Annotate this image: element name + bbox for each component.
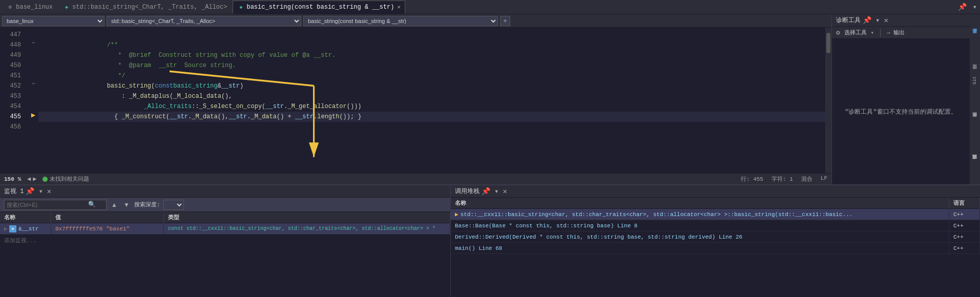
add-method-btn[interactable]: + <box>500 16 510 26</box>
app-window: ⚙ base_linux ◈ std::basic_string<_CharT,… <box>0 0 980 297</box>
diagnostics-title-bar: 诊断工具 📌 ▾ ✕ <box>832 14 970 27</box>
cs-row-0[interactable]: ▶ std::__cxx11::basic_string<char, std::… <box>451 209 980 220</box>
gutter-455: ▶ <box>28 110 38 120</box>
cs-row-3[interactable]: main() Line 68 C++ <box>451 243 980 254</box>
tab-basic-string-class[interactable]: ◈ std::basic_string<_CharT, _Traits, _Al… <box>58 1 232 14</box>
code-line-454: _Alloc_traits::_S_select_on_copy(__str._… <box>38 101 825 112</box>
tab-basic-string-method[interactable]: ◈ basic_string(const basic_string & __st… <box>233 1 405 14</box>
status-dot-icon <box>43 177 48 182</box>
output-btn[interactable]: → 输出 <box>887 29 905 36</box>
line-num-456: 456 <box>0 122 24 132</box>
add-watch[interactable]: 添加监视... <box>0 235 450 246</box>
gutter-452-collapse[interactable]: − <box>28 79 38 89</box>
vtab-git[interactable]: Git 提交 <box>970 58 979 99</box>
cs-cell-name-0: ▶ std::__cxx11::basic_string<char, std::… <box>451 209 949 220</box>
watch-name-0: &__str <box>18 226 39 232</box>
tab-pin-btn[interactable]: 📌 <box>955 2 970 12</box>
gutter-449 <box>28 48 38 58</box>
encoding-status: 混合 <box>801 175 812 183</box>
code-line-447 <box>38 30 825 40</box>
line-num-454: 454 <box>0 101 24 112</box>
cs-cell-name-1: Base::Base(Base * const this, std::strin… <box>451 220 949 231</box>
watch-title: 监视 1 <box>4 187 24 196</box>
gutter-454 <box>28 99 38 110</box>
line-num-453: 453 <box>0 91 24 101</box>
code-line-449: * @brief Construct string with copy of v… <box>38 50 825 60</box>
cs-expand-btn[interactable]: ▾ <box>492 187 501 196</box>
gutter: − − ▶ <box>28 28 38 173</box>
watch-panel: 监视 1 📌 ▾ ✕ 🔍 ▲ ▼ 搜索深度: 名称 <box>0 185 451 297</box>
char-status: 字符: 1 <box>772 175 793 183</box>
cs-cell-lang-3: C++ <box>949 243 980 254</box>
expand-btn[interactable]: ▾ <box>873 16 882 25</box>
line-numbers: 447 448 449 450 451 452 453 454 455 456 <box>0 28 28 173</box>
method-select[interactable]: basic_string(const basic_string & __str) <box>303 16 498 26</box>
tab-icon-base-linux: ⚙ <box>7 4 14 11</box>
tab-label-class: std::basic_string<_CharT, _Traits, _Allo… <box>72 4 227 11</box>
vertical-tabs: 诊断工具 Git 提交 实时共享 测试资源管理器 <box>970 14 980 184</box>
tab-base-linux[interactable]: ⚙ base_linux <box>2 1 57 14</box>
gutter-453 <box>28 89 38 99</box>
cs-col-lang: 语言 <box>949 198 980 209</box>
project-select[interactable]: base_linux <box>2 16 105 26</box>
status-right: 行: 455 字符: 1 混合 LF <box>741 175 827 183</box>
add-watch-label: 添加监视... <box>4 237 37 244</box>
watch-col-value: 值 <box>51 212 164 223</box>
gutter-448-collapse[interactable]: − <box>28 38 38 48</box>
tab-icon-class: ◈ <box>63 4 70 11</box>
divider <box>880 29 881 37</box>
search-prev-btn[interactable]: ▲ <box>110 200 119 209</box>
callstack-title: 调用堆栈 <box>455 187 479 196</box>
watch-expand-btn[interactable]: ▾ <box>36 187 45 196</box>
search-icon[interactable]: 🔍 <box>87 200 97 210</box>
watch-close-btn[interactable]: ✕ <box>45 187 53 196</box>
zoom-status: 150 % <box>4 176 21 182</box>
watch-toolbar: 🔍 ▲ ▼ 搜索深度: <box>0 198 450 212</box>
cs-row-1[interactable]: Base::Base(Base * const this, std::strin… <box>451 220 980 231</box>
nav-left-icon[interactable]: ◀ <box>27 175 31 183</box>
tab-icon-method: ◈ <box>237 4 244 11</box>
cs-name-0: std::__cxx11::basic_string<char, std::ch… <box>461 211 853 218</box>
line-num-450: 450 <box>0 60 24 71</box>
search-next-btn[interactable]: ▼ <box>122 200 131 209</box>
gutter-450 <box>28 58 38 69</box>
diagnostics-message: "诊断工具"窗口不支持当前的调试配置。 <box>845 108 956 116</box>
select-tool-label: 选择工具 <box>844 29 867 36</box>
search-input[interactable] <box>5 202 87 208</box>
depth-select[interactable] <box>163 200 184 210</box>
tab-label-base-linux: base_linux <box>16 4 53 11</box>
watch-col-type: 类型 <box>164 212 450 223</box>
callstack-title-bar: 调用堆栈 📌 ▾ ✕ <box>451 185 980 198</box>
vtab-diagnostics[interactable]: 诊断工具 <box>970 16 979 57</box>
code-content[interactable]: /** * @brief Construct string with copy … <box>38 28 825 173</box>
class-select[interactable]: std::basic_string<_CharT, _Traits, _Allo… <box>107 16 301 26</box>
depth-label: 搜索深度: <box>134 201 160 208</box>
cs-pin-btn[interactable]: 📌 <box>479 187 492 196</box>
cs-name-2: Derived::Derived(Derived * const this, s… <box>455 234 742 240</box>
gutter-451 <box>28 69 38 79</box>
expand-icon-0[interactable]: ▷ <box>4 226 7 232</box>
tab-close-icon[interactable]: ✕ <box>398 4 401 10</box>
pin-btn[interactable]: 📌 <box>861 16 873 25</box>
code-line-453: : _M_dataplus(_M_local_data(), <box>38 91 825 101</box>
watch-pin-btn[interactable]: 📌 <box>24 187 36 196</box>
zoom-level: 150 % <box>4 176 21 182</box>
callstack-header: 名称 语言 <box>451 198 980 209</box>
watch-row-0[interactable]: ▷ ◈ &__str 0x7fffffffe570 "base1" const … <box>0 223 450 235</box>
vertical-scrollbar[interactable] <box>825 28 831 173</box>
watch-cell-type-0: const std::__cxx11::basic_string<char, s… <box>164 223 450 235</box>
close-panel-btn[interactable]: ✕ <box>882 16 890 25</box>
cs-cell-name-2: Derived::Derived(Derived * const this, s… <box>451 231 949 243</box>
code-line-451: */ <box>38 71 825 81</box>
tab-menu-btn[interactable]: ▾ <box>970 2 980 12</box>
nav-right-icon[interactable]: ▶ <box>33 175 36 183</box>
line-status: 行: 455 <box>741 175 763 183</box>
tab-bar: ⚙ base_linux ◈ std::basic_string<_CharT,… <box>0 0 980 14</box>
vtab-test[interactable]: 测试资源管理器 <box>970 142 979 183</box>
code-line-448: /** <box>38 40 825 50</box>
cs-close-btn[interactable]: ✕ <box>501 187 509 196</box>
vtab-liveshare[interactable]: 实时共享 <box>970 100 979 141</box>
line-num-447: 447 <box>0 30 24 40</box>
scroll-thumb[interactable] <box>826 33 830 53</box>
cs-row-2[interactable]: Derived::Derived(Derived * const this, s… <box>451 231 980 243</box>
